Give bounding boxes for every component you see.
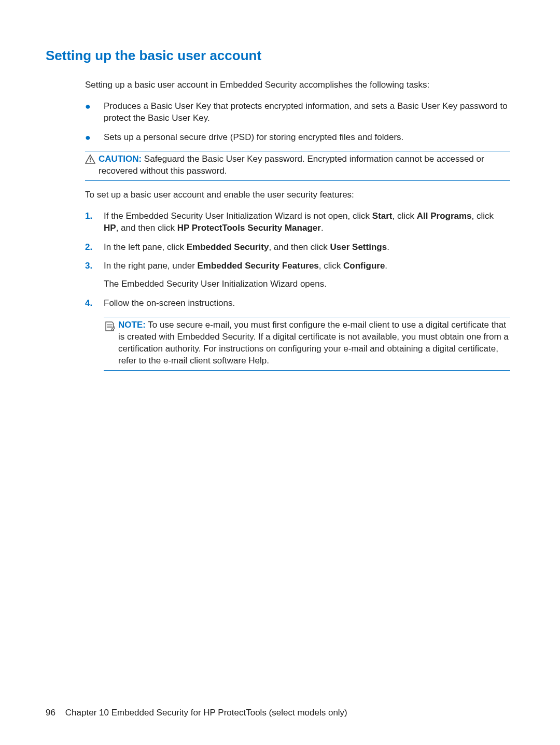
list-item: 2. In the left pane, click Embedded Secu… <box>85 242 510 254</box>
caution-text: Safeguard the Basic User Key password. E… <box>99 154 484 176</box>
note-label: NOTE: <box>118 320 146 330</box>
warning-icon <box>85 154 95 164</box>
note-callout: NOTE: To use secure e-mail, you must fir… <box>104 317 510 371</box>
list-item: ● Sets up a personal secure drive (PSD) … <box>85 132 510 144</box>
text-frag: . <box>385 261 387 271</box>
list-item-text: Sets up a personal secure drive (PSD) fo… <box>104 132 510 144</box>
text-frag: , click <box>393 211 417 221</box>
ui-term: Start <box>372 211 393 221</box>
note-wrapper: NOTE: To use secure e-mail, you must fir… <box>85 317 510 371</box>
ui-term: All Programs <box>417 211 472 221</box>
note-body: NOTE: To use secure e-mail, you must fir… <box>118 319 510 367</box>
list-item: ● Produces a Basic User Key that protect… <box>85 101 510 124</box>
page-body: Setting up the basic user account Settin… <box>0 0 560 371</box>
text-frag: In the right pane, under <box>104 261 198 271</box>
step-number: 3. <box>85 260 104 272</box>
text-frag: , click <box>319 261 343 271</box>
note-text: To use secure e-mail, you must first con… <box>118 320 509 366</box>
caution-body: CAUTION: Safeguard the Basic User Key pa… <box>99 153 510 177</box>
list-item: 4. Follow the on-screen instructions. <box>85 298 510 310</box>
bullet-icon: ● <box>85 101 104 111</box>
ui-term: Configure <box>343 261 385 271</box>
step-text: In the right pane, under Embedded Securi… <box>104 260 510 290</box>
text-frag: , and then click <box>269 242 330 252</box>
ui-term: HP ProtectTools Security Manager <box>177 223 321 233</box>
list-item: 1. If the Embedded Security User Initial… <box>85 210 510 234</box>
text-frag: , click <box>472 211 494 221</box>
svg-rect-1 <box>90 161 91 162</box>
step-text: If the Embedded Security User Initializa… <box>104 210 510 234</box>
bullet-icon: ● <box>85 132 104 142</box>
step-text: Follow the on-screen instructions. <box>104 298 510 310</box>
text-frag: , and then click <box>116 223 177 233</box>
ui-term: Embedded Security Features <box>198 261 319 271</box>
ui-term: HP <box>104 223 116 233</box>
text-frag: If the Embedded Security User Initializa… <box>104 211 372 221</box>
svg-rect-0 <box>90 158 91 161</box>
lead-text: To set up a basic user account and enabl… <box>85 189 510 201</box>
text-frag: In the left pane, click <box>104 242 187 252</box>
intro-text: Setting up a basic user account in Embed… <box>85 79 510 91</box>
step-text: In the left pane, click Embedded Securit… <box>104 242 510 254</box>
list-item: 3. In the right pane, under Embedded Sec… <box>85 260 510 290</box>
step-subtext: The Embedded Security User Initializatio… <box>104 278 510 290</box>
ui-term: Embedded Security <box>187 242 269 252</box>
list-item-text: Produces a Basic User Key that protects … <box>104 101 510 124</box>
text-frag: . <box>321 223 324 233</box>
step-number: 2. <box>85 242 104 254</box>
caution-callout: CAUTION: Safeguard the Basic User Key pa… <box>85 151 510 181</box>
page-footer: 96 Chapter 10 Embedded Security for HP P… <box>46 707 347 719</box>
note-icon <box>104 320 115 332</box>
step-number: 1. <box>85 210 104 222</box>
ui-term: User Settings <box>330 242 387 252</box>
page-number: 96 <box>46 708 55 718</box>
section-title: Setting up the basic user account <box>46 47 510 65</box>
caution-label: CAUTION: <box>99 154 142 164</box>
step-number: 4. <box>85 298 104 310</box>
step-list: 1. If the Embedded Security User Initial… <box>85 210 510 310</box>
content-block: Setting up a basic user account in Embed… <box>46 79 510 371</box>
task-list: ● Produces a Basic User Key that protect… <box>85 101 510 144</box>
text-frag: . <box>387 242 389 252</box>
chapter-label: Chapter 10 Embedded Security for HP Prot… <box>65 708 347 718</box>
